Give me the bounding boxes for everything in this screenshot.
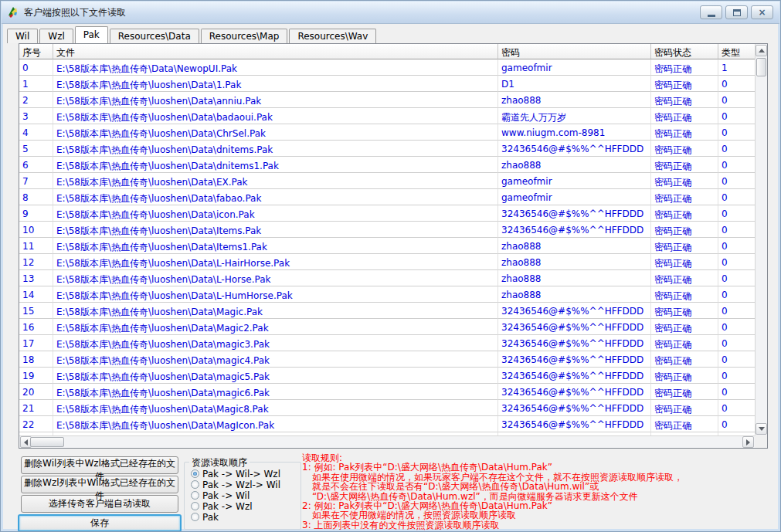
table-cell: 0 — [718, 335, 755, 351]
auto-read-client-button[interactable]: 选择传奇客户端自动读取 — [21, 495, 178, 513]
table-cell: 密码正确 — [651, 335, 718, 351]
table-row[interactable]: 7E:\58版本库\热血传奇\luoshen\Data\EX.Pakgameof… — [19, 173, 755, 189]
order-option-label: Pak -> Wil-> Wzl — [202, 469, 280, 479]
table-row[interactable]: 14E:\58版本库\热血传奇\luoshen\Data\L-HumHorse.… — [19, 286, 755, 303]
table-cell: 密码正确 — [651, 222, 718, 238]
table-cell: 10 — [19, 222, 53, 238]
tab-res-map[interactable]: Resources\Map — [201, 29, 288, 43]
table-cell: 密码正确 — [651, 384, 718, 400]
table-row[interactable]: 8E:\58版本库\热血传奇\luoshen\Data\fabao.Pakgam… — [19, 189, 755, 205]
table-row[interactable]: 20E:\58版本库\热血传奇\luoshen\Data\magic6.Pak3… — [19, 384, 755, 400]
table-row[interactable]: 22E:\58版本库\热血传奇\luoshen\Data\MagIcon.Pak… — [19, 416, 755, 432]
table-cell: gameofmir — [498, 173, 651, 189]
order-option-1[interactable]: Pak -> Wzl-> Wil — [191, 479, 299, 490]
table-row[interactable]: 19E:\58版本库\热血传奇\luoshen\Data\magic5.Pak3… — [19, 368, 755, 384]
column-header-3[interactable]: 密码状态 — [651, 44, 718, 59]
table-row[interactable]: 10E:\58版本库\热血传奇\luoshen\Data\Items.Pak32… — [19, 222, 755, 238]
action-buttons: 删除Wil列表中Wzl格式已经存在的文件删除Wzl列表中Wil格式已经存在的文件… — [16, 456, 183, 532]
table-cell: 密码正确 — [651, 400, 718, 416]
table-cell: gameofmir — [498, 189, 651, 205]
table-row[interactable]: 6E:\58版本库\热血传奇\luoshen\Data\dnitems1.Pak… — [19, 157, 755, 173]
table-row[interactable]: 12E:\58版本库\热血传奇\luoshen\Data\L-HairHorse… — [19, 254, 755, 270]
table-cell: 18 — [19, 351, 53, 368]
table-row[interactable]: 3E:\58版本库\热血传奇\luoshen\Data\badaoui.Pak霸… — [19, 108, 755, 124]
table-cell: E:\58版本库\热血传奇\luoshen\Data\ChrSel.Pak — [53, 124, 498, 141]
table-row[interactable]: 9E:\58版本库\热血传奇\luoshen\Data\icon.Pak3243… — [19, 205, 755, 222]
table-cell: 0 — [718, 238, 755, 254]
order-option-3[interactable]: Pak -> Wzl — [191, 501, 299, 511]
table-cell: 16 — [19, 319, 53, 335]
table-row[interactable]: 5E:\58版本库\热血传奇\luoshen\Data\dnitems.Pak3… — [19, 141, 755, 157]
table-row[interactable]: 15E:\58版本库\热血传奇\luoshen\Data\Magic.Pak32… — [19, 303, 755, 319]
radio-icon — [191, 491, 199, 500]
table-cell: 0 — [718, 173, 755, 189]
tab-wil[interactable]: Wil — [7, 29, 38, 43]
table-row[interactable]: 17E:\58版本库\热血传奇\luoshen\Data\magic3.Pak3… — [19, 335, 755, 351]
scroll-right-button[interactable] — [742, 436, 754, 448]
save-button[interactable]: 保存 — [18, 514, 182, 532]
vertical-scrollbar[interactable] — [755, 44, 767, 435]
column-header-1[interactable]: 文件 — [53, 44, 498, 59]
horizontal-scrollbar[interactable] — [19, 435, 755, 448]
table-cell: 0 — [718, 400, 755, 416]
table-cell: www.niugm.com-8981 — [498, 124, 651, 141]
table-cell: 32436546@#$%%^^HFFDDD — [498, 303, 651, 319]
titlebar[interactable]: 客户端按照以下文件读取 × — [2, 2, 779, 24]
scroll-down-button[interactable] — [756, 423, 767, 435]
table-row[interactable]: 16E:\58版本库\热血传奇\luoshen\Data\Magic2.Pak3… — [19, 319, 755, 335]
window-controls: × — [697, 5, 773, 19]
table-cell: 密码正确 — [651, 205, 718, 222]
tab-strip: WilWzlPakResources\DataResources\MapReso… — [7, 26, 378, 43]
file-table: 序号文件密码密码状态类型 0E:\58版本库\热血传奇\Data\NewopUI… — [19, 43, 768, 449]
order-option-4[interactable]: Pak — [191, 512, 299, 522]
table-cell: 霸道先人万万岁 — [498, 108, 651, 124]
table-row[interactable]: 1E:\58版本库\热血传奇\luoshen\Data\1.PakD1密码正确0 — [19, 76, 755, 92]
delete-wzl-dup-button[interactable]: 删除Wzl列表中Wil格式已经存在的文件 — [21, 476, 178, 493]
table-cell: E:\58版本库\热血传奇\luoshen\Data\magic5.Pak — [53, 368, 498, 384]
arrow-right-icon — [746, 439, 750, 446]
tab-res-wav[interactable]: Resources\Wav — [289, 29, 376, 43]
table-row[interactable]: 11E:\58版本库\热血传奇\luoshen\Data\Items1.Pakz… — [19, 238, 755, 254]
table-header-row: 序号文件密码密码状态类型 — [19, 44, 755, 59]
minimize-button[interactable] — [700, 5, 722, 19]
tab-wzl[interactable]: Wzl — [39, 29, 73, 43]
table-cell: 密码正确 — [651, 416, 718, 432]
table-cell: 1 — [718, 59, 755, 76]
vertical-scroll-thumb[interactable] — [756, 58, 766, 76]
maximize-button[interactable] — [725, 5, 748, 19]
table-row[interactable]: 4E:\58版本库\热血传奇\luoshen\Data\ChrSel.Pakww… — [19, 124, 755, 141]
table-cell: 0 — [718, 76, 755, 92]
order-option-0[interactable]: Pak -> Wil-> Wzl — [191, 469, 299, 479]
horizontal-scroll-thumb[interactable] — [30, 437, 64, 447]
table-row[interactable]: 0E:\58版本库\热血传奇\Data\NewopUI.Pakgameofmir… — [19, 59, 755, 76]
table-cell: 12 — [19, 254, 53, 270]
table-cell: 0 — [718, 303, 755, 319]
scroll-up-button[interactable] — [756, 45, 767, 56]
table-cell: E:\58版本库\热血传奇\luoshen\Data\1.Pak — [53, 76, 498, 92]
table-cell: 密码正确 — [651, 124, 718, 141]
table-row[interactable]: 2E:\58版本库\热血传奇\luoshen\Data\anniu.Pakzha… — [19, 92, 755, 108]
table-cell: E:\58版本库\热血传奇\luoshen\Data\L-HumHorse.Pa… — [53, 286, 498, 303]
table-cell: 0 — [718, 368, 755, 384]
close-button[interactable]: × — [751, 5, 773, 19]
table-cell: 密码正确 — [651, 368, 718, 384]
tab-pak[interactable]: Pak — [75, 26, 108, 43]
column-header-2[interactable]: 密码 — [498, 44, 651, 59]
table-row[interactable]: 18E:\58版本库\热血传奇\luoshen\Data\magic4.Pak3… — [19, 351, 755, 368]
tab-res-data[interactable]: Resources\Data — [110, 29, 199, 43]
table-cell: E:\58版本库\热血传奇\luoshen\Data\badaoui.Pak — [53, 108, 498, 124]
delete-wil-dup-button[interactable]: 删除Wil列表中Wzl格式已经存在的文件 — [21, 456, 178, 474]
table-cell: 密码正确 — [651, 319, 718, 335]
column-header-4[interactable]: 类型 — [718, 44, 755, 59]
table-cell: 32436546@#$%%^^HFFDDD — [498, 368, 651, 384]
app-icon — [7, 6, 19, 19]
order-option-2[interactable]: Pak -> Wil — [191, 490, 299, 500]
table-cell: 21 — [19, 400, 53, 416]
table-row[interactable]: 21E:\58版本库\热血传奇\luoshen\Data\Magic8.Pak3… — [19, 400, 755, 416]
table-cell: 32436546@#$%%^^HFFDDD — [498, 335, 651, 351]
column-header-0[interactable]: 序号 — [19, 44, 53, 59]
scroll-corner — [755, 435, 767, 448]
table-cell: 8 — [19, 189, 53, 205]
table-cell: 2 — [19, 92, 53, 108]
table-row[interactable]: 13E:\58版本库\热血传奇\luoshen\Data\L-Horse.Pak… — [19, 270, 755, 286]
